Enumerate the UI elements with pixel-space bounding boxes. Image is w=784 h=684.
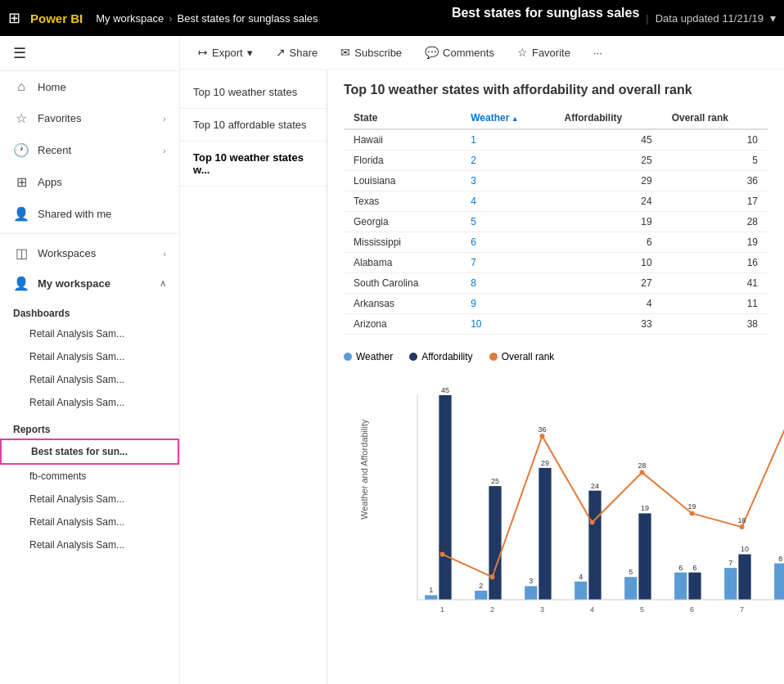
bar-weather — [475, 591, 487, 600]
data-table: State Weather Affordability Overall rank… — [344, 107, 768, 335]
svg-text:4: 4 — [590, 605, 594, 614]
bar-weather — [425, 595, 437, 600]
workspace-link[interactable]: My workspace — [96, 12, 164, 25]
subscribe-button[interactable]: ✉ Subscribe — [336, 43, 407, 62]
svg-text:2: 2 — [479, 582, 483, 590]
export-button[interactable]: ↦ Export ▾ — [193, 43, 258, 62]
hamburger-icon[interactable]: ☰ — [13, 45, 26, 61]
cell-state: Florida — [344, 151, 461, 171]
export-icon: ↦ — [198, 46, 208, 59]
svg-text:1: 1 — [429, 586, 433, 594]
cell-overall: 28 — [662, 212, 768, 232]
y-axis-label: Weather and Affordability — [359, 479, 369, 520]
main-content: Top 10 weather states Top 10 affordable … — [180, 70, 784, 684]
cell-state: Arkansas — [344, 294, 461, 314]
col-affordability[interactable]: Affordability — [555, 107, 662, 129]
report-item-retail-2[interactable]: Retail Analysis Sam... — [0, 511, 179, 533]
recent-icon: 🕐 — [13, 142, 29, 158]
top-nav-right: Best states for sunglass sales | Data up… — [452, 6, 776, 30]
cell-affordability: 24 — [555, 191, 662, 212]
bar-affordability — [738, 554, 750, 600]
bar-weather — [724, 568, 737, 600]
sidebar-item-apps[interactable]: ⊞ Apps — [0, 166, 179, 198]
cell-affordability: 10 — [555, 253, 662, 273]
content-area: ↦ Export ▾ ↗ Share ✉ Subscribe 💬 Comment… — [180, 36, 784, 684]
svg-text:19: 19 — [641, 504, 649, 512]
top-nav: ⊞ Power BI My workspace › Best states fo… — [0, 0, 784, 36]
toolbar: ↦ Export ▾ ↗ Share ✉ Subscribe 💬 Comment… — [180, 36, 784, 70]
bar-affordability — [439, 395, 451, 600]
report-item-best-states[interactable]: Best states for sun... — [0, 439, 179, 465]
overall-dot-point — [540, 434, 545, 439]
cell-overall: 11 — [662, 294, 768, 314]
table-row: Mississippi 6 6 19 — [344, 232, 768, 253]
affordability-dot — [409, 353, 417, 361]
favorite-button[interactable]: ☆ Favorite — [512, 43, 575, 62]
svg-text:24: 24 — [591, 482, 599, 490]
bar-affordability — [638, 513, 651, 600]
legend-affordability-label: Affordability — [421, 351, 472, 362]
title-divider: | — [646, 12, 648, 25]
report-page-affordable[interactable]: Top 10 affordable states — [180, 109, 327, 142]
chevron-up-icon: ∧ — [160, 278, 166, 289]
sidebar-header: ☰ — [0, 36, 179, 71]
cell-state: Georgia — [344, 212, 461, 232]
sidebar-recent-label: Recent — [38, 144, 155, 156]
more-label: ··· — [593, 47, 602, 59]
dashboard-item-1[interactable]: Retail Analysis Sam... — [0, 322, 179, 345]
chart-legend: Weather Affordability Overall rank — [344, 351, 768, 362]
comments-button[interactable]: 💬 Comments — [420, 43, 499, 62]
share-button[interactable]: ↗ Share — [271, 43, 323, 62]
sidebar-item-favorites[interactable]: ☆ Favorites › — [0, 102, 179, 134]
table-row: Hawaii 1 45 10 — [344, 129, 768, 151]
col-overall[interactable]: Overall rank — [662, 107, 768, 129]
subscribe-label: Subscribe — [354, 47, 402, 59]
cell-weather: 7 — [461, 253, 554, 273]
table-row: South Carolina 8 27 41 — [344, 273, 768, 294]
weather-dot — [344, 353, 352, 361]
star-icon: ☆ — [13, 110, 29, 126]
sidebar-item-workspaces[interactable]: ◫ Workspaces › — [0, 237, 179, 269]
cell-weather: 10 — [461, 314, 554, 335]
more-button[interactable]: ··· — [588, 43, 607, 62]
dashboard-item-3[interactable]: Retail Analysis Sam... — [0, 368, 179, 391]
col-weather[interactable]: Weather — [461, 107, 554, 129]
overall-dot-point — [490, 574, 495, 579]
chevron-down-icon[interactable]: ▾ — [770, 11, 776, 25]
bar-weather — [774, 564, 784, 600]
person-icon: 👤 — [13, 276, 29, 291]
report-item-fb-comments[interactable]: fb-comments — [0, 465, 179, 488]
sidebar-item-my-workspace[interactable]: 👤 My workspace ∧ — [0, 269, 179, 298]
bar-weather — [574, 582, 587, 600]
svg-text:36: 36 — [538, 425, 546, 434]
report-page-weather[interactable]: Top 10 weather states — [180, 76, 327, 109]
cell-weather: 5 — [461, 212, 554, 232]
dashboard-item-4[interactable]: Retail Analysis Sam... — [0, 391, 179, 414]
col-state[interactable]: State — [344, 107, 461, 129]
legend-affordability: Affordability — [409, 351, 472, 362]
report-item-retail-3[interactable]: Retail Analysis Sam... — [0, 533, 179, 556]
report-item-retail-1[interactable]: Retail Analysis Sam... — [0, 488, 179, 511]
sidebar-item-home[interactable]: ⌂ Home — [0, 71, 179, 102]
mail-icon: ✉ — [340, 46, 350, 59]
cell-affordability: 45 — [555, 129, 662, 151]
svg-text:10: 10 — [741, 545, 749, 553]
cell-weather: 8 — [461, 273, 554, 294]
logo: Power BI — [30, 11, 83, 25]
svg-text:19: 19 — [687, 502, 696, 511]
overall-dot-point — [740, 524, 745, 529]
report-page-combined[interactable]: Top 10 weather states w... — [180, 142, 327, 187]
svg-text:5: 5 — [640, 605, 644, 614]
svg-text:2: 2 — [490, 605, 494, 614]
cell-affordability: 33 — [555, 314, 662, 335]
breadcrumb-separator: › — [169, 12, 172, 25]
dashboard-item-2[interactable]: Retail Analysis Sam... — [0, 345, 179, 368]
workspaces-icon: ◫ — [13, 245, 29, 261]
svg-text:29: 29 — [541, 459, 549, 467]
report-link[interactable]: Best states for sunglass sales — [178, 12, 318, 25]
grid-icon[interactable]: ⊞ — [8, 9, 20, 27]
sidebar-item-shared[interactable]: 👤 Shared with me — [0, 198, 179, 230]
sidebar-item-recent[interactable]: 🕐 Recent › — [0, 134, 179, 166]
sidebar-favorites-label: Favorites — [38, 112, 155, 124]
svg-text:5: 5 — [490, 566, 494, 574]
